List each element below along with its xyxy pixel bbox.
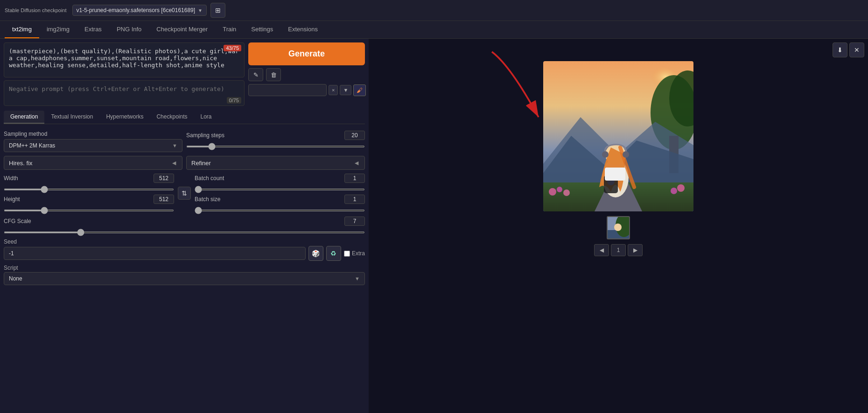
negative-prompt-wrapper: 0/75 — [4, 80, 245, 106]
script-block: Script None ▼ — [4, 265, 365, 285]
thumbnail-image — [608, 217, 630, 239]
negative-prompt-input[interactable] — [4, 81, 244, 104]
refiner-toggle[interactable]: Refiner ◄ — [186, 156, 365, 170]
style-input[interactable] — [248, 84, 327, 96]
page-next-button[interactable]: ▶ — [628, 244, 643, 256]
sampling-steps-label-row: Sampling steps 20 — [186, 131, 365, 140]
trash-icon: 🗑 — [271, 71, 277, 78]
tab-train[interactable]: Train — [215, 21, 244, 38]
style-paint-button[interactable]: 🖌 — [353, 84, 366, 96]
height-value[interactable]: 512 — [154, 195, 174, 204]
seed-input[interactable] — [4, 247, 306, 260]
sampling-method-label-row: Sampling method — [4, 131, 182, 137]
thumbnail-item[interactable] — [607, 216, 630, 239]
tab-checkpoint-merger[interactable]: Checkpoint Merger — [149, 21, 215, 38]
left-panel: (masterpiece),(best quality),(Realistic … — [0, 39, 369, 413]
top-right-actions: ⬇ ✕ — [833, 42, 864, 57]
hires-fix-arrow: ◄ — [171, 159, 177, 167]
tab-extensions[interactable]: Extensions — [280, 21, 325, 38]
width-slider[interactable] — [4, 189, 174, 190]
dropdown-icon: ▼ — [343, 87, 348, 93]
width-block: Width 512 — [4, 174, 174, 192]
cfg-slider[interactable] — [4, 231, 365, 233]
batch-size-block: Batch size 1 — [195, 195, 365, 213]
svg-point-25 — [614, 224, 622, 231]
sub-tab-checkpoints[interactable]: Checkpoints — [150, 111, 194, 124]
height-label-row: Height 512 — [4, 195, 174, 204]
batch-count-value[interactable]: 1 — [344, 174, 365, 183]
batch-size-slider[interactable] — [195, 210, 365, 211]
swap-dimensions-button[interactable]: ⇅ — [178, 187, 191, 200]
pen-button[interactable]: ✎ — [248, 68, 263, 81]
batch-size-label: Batch size — [195, 196, 220, 203]
height-slider[interactable] — [4, 210, 174, 211]
positive-token-count: 43/75 — [224, 45, 241, 51]
hires-refiner-row: Hires. fix ◄ Refiner ◄ — [4, 156, 365, 170]
checkpoint-icon-btn[interactable]: ⊞ — [210, 3, 225, 18]
style-dropdown-button[interactable]: ▼ — [340, 85, 351, 95]
sampling-steps-col: Sampling steps 20 — [186, 131, 365, 149]
refiner-label: Refiner — [191, 160, 211, 167]
cfg-value[interactable]: 7 — [344, 217, 365, 226]
recycle-button[interactable]: ♻ — [326, 246, 341, 261]
extra-checkbox[interactable] — [344, 251, 350, 257]
tab-img2img[interactable]: img2img — [39, 21, 77, 38]
cfg-label-row: CFG Scale 7 — [4, 217, 365, 226]
style-select-row: × ▼ 🖌 — [248, 84, 365, 96]
batch-size-value[interactable]: 1 — [344, 195, 365, 204]
positive-prompt-input[interactable]: (masterpiece),(best quality),(Realistic … — [4, 43, 244, 76]
prompts-generate-row: (masterpiece),(best quality),(Realistic … — [4, 42, 365, 106]
svg-point-12 — [563, 189, 570, 196]
trash-button[interactable]: 🗑 — [266, 68, 281, 81]
extra-check[interactable]: Extra — [344, 250, 365, 257]
gen-col: Generate ✎ 🗑 × ▼ — [248, 42, 365, 106]
prev-icon: ◀ — [600, 247, 604, 253]
tab-txt2img[interactable]: txt2img — [5, 21, 39, 38]
width-label: Width — [4, 175, 18, 182]
download-button[interactable]: ⬇ — [833, 42, 847, 57]
batch-count-label-row: Batch count 1 — [195, 174, 365, 183]
close-image-button[interactable]: ✕ — [849, 42, 864, 57]
svg-point-14 — [677, 184, 685, 192]
batch-count-slider[interactable] — [195, 189, 365, 190]
wh-col: Width 512 Height 512 — [4, 174, 174, 213]
nav-tabs: txt2img img2img Extras PNG Info Checkpoi… — [0, 21, 868, 39]
sampling-method-col: Sampling method DPM++ 2M Karras ▼ — [4, 131, 182, 152]
width-label-row: Width 512 — [4, 174, 174, 183]
checkpoint-value: v1-5-pruned-emaonly.safetensors [6ce0161… — [77, 7, 196, 14]
sub-tab-lora[interactable]: Lora — [194, 111, 218, 124]
dropdown-arrow-icon: ▼ — [172, 143, 177, 148]
style-clear-button[interactable]: × — [329, 85, 338, 95]
sampling-steps-slider[interactable] — [186, 146, 365, 147]
sampling-method-dropdown[interactable]: DPM++ 2M Karras ▼ — [4, 139, 182, 152]
tab-extras[interactable]: Extras — [77, 21, 109, 38]
seed-block: Seed 🎲 ♻ Extra — [4, 238, 365, 261]
height-label: Height — [4, 196, 20, 203]
positive-prompt-wrapper: (masterpiece),(best quality),(Realistic … — [4, 42, 245, 77]
tab-settings[interactable]: Settings — [244, 21, 280, 38]
dice-button[interactable]: 🎲 — [308, 246, 323, 261]
script-dropdown[interactable]: None ▼ — [4, 272, 365, 285]
refiner-col: Refiner ◄ — [186, 156, 365, 170]
generated-image — [543, 61, 693, 211]
hires-col: Hires. fix ◄ — [4, 156, 182, 170]
width-value[interactable]: 512 — [154, 174, 174, 183]
pagination: ◀ 1 ▶ — [594, 244, 643, 256]
right-panel: ⬇ ✕ — [369, 39, 868, 413]
sampling-steps-value[interactable]: 20 — [344, 131, 365, 140]
sub-tab-hypernetworks[interactable]: Hypernetworks — [99, 111, 150, 124]
sub-tab-textual-inversion[interactable]: Textual Inversion — [44, 111, 99, 124]
checkpoint-select[interactable]: v1-5-pruned-emaonly.safetensors [6ce0161… — [72, 5, 207, 16]
page-1-label: 1 — [617, 247, 620, 253]
page-1-button[interactable]: 1 — [611, 244, 626, 256]
batch-size-label-row: Batch size 1 — [195, 195, 365, 204]
tab-png-info[interactable]: PNG Info — [109, 21, 149, 38]
svg-point-11 — [557, 187, 562, 192]
generate-button[interactable]: Generate — [248, 42, 365, 65]
page-prev-button[interactable]: ◀ — [594, 244, 609, 256]
cfg-block: CFG Scale 7 — [4, 217, 365, 235]
sampling-method-value: DPM++ 2M Karras — [9, 142, 55, 149]
grid-icon: ⊞ — [215, 7, 221, 14]
sub-tab-generation[interactable]: Generation — [4, 111, 44, 124]
hires-fix-toggle[interactable]: Hires. fix ◄ — [4, 156, 182, 170]
